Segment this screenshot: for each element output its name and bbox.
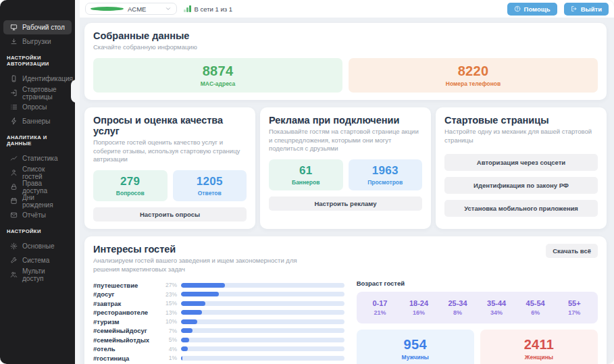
- interest-bar-fill: [181, 346, 188, 351]
- surveys-stats: 279Вопросов1205Ответов: [93, 170, 247, 201]
- age-cell: 18-2416%: [399, 299, 438, 316]
- sidebar-item-label: Рабочий стол: [22, 24, 65, 31]
- interest-bar-track: [181, 338, 344, 342]
- sidebar-item-label: Мульти доступ: [22, 267, 65, 282]
- venue-select[interactable]: ACME: [85, 3, 177, 15]
- interest-label: #отель: [93, 345, 157, 353]
- interests-card: Интересы гостей Анализируем гостей вашег…: [84, 236, 607, 364]
- download-all-button[interactable]: Скачать всё: [546, 244, 598, 258]
- sidebar-item-phone[interactable]: Идентификация: [3, 72, 72, 86]
- interest-row: #туризм10%: [93, 319, 344, 325]
- configure-ads-button[interactable]: Настроить рекламу: [269, 197, 422, 211]
- question-circle-icon: [514, 5, 521, 12]
- sidebar-item-label: Выгрузки: [22, 38, 51, 45]
- interest-bar-fill: [181, 319, 197, 324]
- interests-title: Интересы гостей: [93, 244, 546, 255]
- signal-bars-icon: [184, 5, 191, 12]
- age-percent: 17%: [555, 309, 594, 316]
- sidebar-item-label: Отчёты: [22, 211, 46, 219]
- start-page-button[interactable]: Установка мобильного приложения: [444, 200, 598, 217]
- interest-percent: 4%: [161, 346, 177, 353]
- middle-row: Опросы и оценка качества услуг Попросите…: [84, 107, 607, 229]
- stat-box: 61Баннеров: [269, 159, 343, 190]
- configure-surveys-button[interactable]: Настроить опросы: [93, 207, 247, 222]
- sidebar-item-label: Идентификация: [22, 75, 73, 82]
- age-cell: 55+17%: [555, 299, 594, 316]
- sidebar-item-label: Баннеры: [22, 118, 50, 125]
- gender-box: 954Мужчины: [357, 330, 474, 364]
- sidebar-item-bolt[interactable]: Баннеры: [3, 114, 72, 128]
- collected-data-subtitle: Скачайте собранную информацию: [93, 43, 598, 52]
- interest-bar-track: [181, 356, 344, 361]
- interest-row: #семейныйотдых5%: [93, 337, 344, 343]
- interest-row: #завтрак15%: [93, 301, 344, 307]
- age-percent: 8%: [438, 309, 478, 316]
- gender-label: Женщины: [525, 354, 553, 361]
- sidebar-item-label: Статистика: [22, 155, 58, 162]
- collected-data-title: Собранные данные: [93, 30, 598, 41]
- stat-value: 8874: [203, 63, 234, 79]
- mail-icon: [10, 211, 18, 219]
- interest-percent: 27%: [161, 282, 177, 288]
- gender-label: Мужчины: [402, 354, 429, 361]
- interest-percent: 13%: [161, 309, 177, 316]
- chevron-down-icon: [165, 5, 172, 12]
- ads-card: Реклама при подключении Показывайте гост…: [260, 107, 431, 229]
- age-cell: 0-1721%: [361, 299, 400, 316]
- sidebar-item-lock[interactable]: Права доступа: [3, 180, 72, 194]
- age-range: 0-17: [361, 299, 400, 307]
- help-button-label: Помощь: [524, 5, 551, 13]
- collected-stats: 8874MAC-адреса8220Номера телефонов: [93, 58, 598, 93]
- age-percent: 34%: [477, 309, 516, 316]
- sidebar-item-user[interactable]: Список гостей: [3, 165, 72, 180]
- interest-label: #ресторанвотеле: [93, 309, 157, 316]
- gender-stats: 954Мужчины2411Женщины: [357, 330, 598, 364]
- sidebar-item-users[interactable]: Мульти доступ: [3, 267, 72, 282]
- age-chart-title: Возраст гостей: [357, 280, 598, 287]
- sidebar-item-wrench[interactable]: Система: [3, 253, 72, 267]
- age-range: 18-24: [399, 299, 438, 307]
- sidebar: Рабочий столВыгрузкиНастройки авторизаци…: [0, 0, 80, 364]
- sidebar-item-mail[interactable]: Отчёты: [3, 208, 72, 222]
- interest-percent: 1%: [161, 355, 177, 361]
- ads-subtitle: Показывайте гостям на стартовой странице…: [269, 128, 422, 153]
- age-range: 35-44: [477, 299, 516, 307]
- lock-icon: [10, 183, 18, 190]
- start-pages-card: Стартовые страницы Настройте одну из мех…: [436, 107, 607, 229]
- sidebar-item-gear[interactable]: Основные: [3, 239, 72, 253]
- sidebar-section-header: Аналитика и данные: [0, 128, 75, 151]
- sidebar-collapse-handle[interactable]: [71, 80, 79, 103]
- list-icon: [10, 103, 18, 111]
- start-page-button[interactable]: Авторизация через соцсети: [444, 154, 598, 171]
- online-status-label: В сети 1 из 1: [195, 5, 233, 13]
- stat-value: 1963: [372, 164, 399, 178]
- age-percent: 6%: [516, 309, 555, 316]
- sidebar-item-label: Опросы: [22, 103, 47, 111]
- stat-value: 1205: [197, 175, 223, 188]
- sidebar-item-desktop[interactable]: Рабочий стол: [3, 20, 72, 34]
- calendar-icon: [10, 197, 18, 205]
- sidebar-item-calendar[interactable]: Дни рождения: [3, 194, 72, 208]
- interest-label: #семейныйдосуг: [93, 327, 157, 334]
- interest-bar-fill: [181, 328, 193, 333]
- interest-bar-track: [181, 301, 344, 306]
- help-button[interactable]: Помощь: [507, 3, 557, 16]
- interest-label: #туризм: [93, 318, 157, 326]
- online-dot-icon: [91, 7, 124, 11]
- logout-button[interactable]: Выйти: [564, 3, 609, 16]
- sidebar-item-download[interactable]: Выгрузки: [3, 34, 72, 49]
- sidebar-section-header: Настройки авторизации: [0, 49, 75, 72]
- sidebar-item-login[interactable]: Стартовые страницы: [3, 86, 72, 100]
- start-page-button[interactable]: Идентификация по закону РФ: [444, 177, 598, 194]
- topbar: ACME В сети 1 из 1 Помощь Выйти: [80, 0, 614, 18]
- stat-label: Ответов: [198, 190, 222, 197]
- sidebar-item-list[interactable]: Опросы: [3, 100, 72, 114]
- interest-label: #досуг: [93, 290, 157, 298]
- ads-stats: 61Баннеров1963Просмотров: [269, 159, 422, 190]
- login-icon: [10, 89, 18, 97]
- ads-title: Реклама при подключении: [269, 115, 422, 126]
- sidebar-item-chart[interactable]: Статистика: [3, 151, 72, 165]
- age-distribution: 0-1721%18-2416%25-348%35-4434%45-546%55+…: [357, 292, 598, 323]
- app-window: Рабочий столВыгрузкиНастройки авторизаци…: [0, 0, 614, 364]
- content: Собранные данные Скачайте собранную инфо…: [80, 18, 614, 364]
